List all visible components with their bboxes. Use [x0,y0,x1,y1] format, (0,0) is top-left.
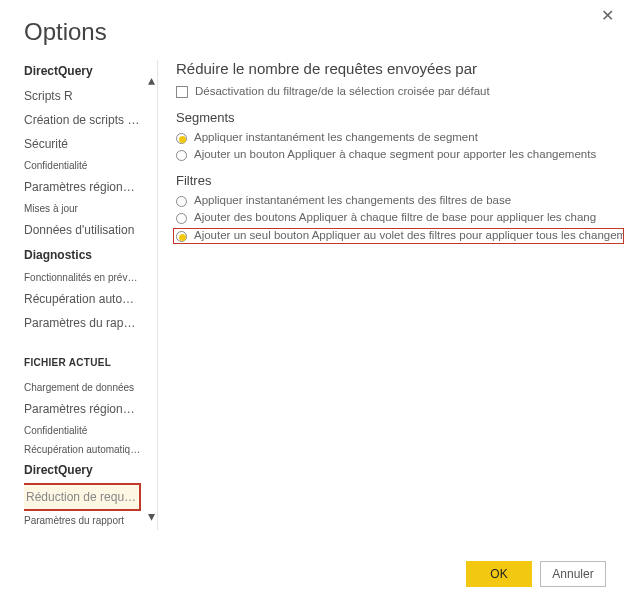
nav-item-report-settings[interactable]: Paramètres du rapport [24,311,141,335]
chevron-up-icon[interactable]: ▴ [148,72,155,88]
radio-filter-instant[interactable]: Appliquer instantanément les changements… [176,194,624,207]
nav-item-privacy[interactable]: Confidentialité [24,156,141,175]
nav-item-scripts-r[interactable]: Scripts R [24,84,141,108]
sidebar: ▴ ▾ DirectQuery Scripts R Création de sc… [0,60,158,530]
radio-label: Ajouter un seul bouton Appliquer au vole… [194,229,624,241]
content-title: Réduire le nombre de requêtes envoyées p… [176,60,624,77]
dialog-footer: OK Annuler [466,561,606,587]
cancel-button[interactable]: Annuler [540,561,606,587]
nav-item-diagnostics[interactable]: Diagnostics [24,248,141,262]
radio-segment-apply-button[interactable]: Ajouter un bouton Appliquer à chaque seg… [176,148,624,161]
checkbox-icon [176,86,188,98]
nav-item-updates[interactable]: Mises à jour [24,199,141,218]
radio-segment-instant[interactable]: Appliquer instantanément les changements… [176,131,624,144]
nav-item-security[interactable]: Sécurité [24,132,141,156]
radio-label: Ajouter un bouton Appliquer à chaque seg… [194,148,596,160]
subheading-segments: Segments [176,110,624,125]
radio-label: Ajouter des boutons Appliquer à chaque f… [194,211,596,223]
content-panel: Réduire le nombre de requêtes envoyées p… [158,60,624,530]
nav-item-data-load[interactable]: Chargement de données [24,378,141,397]
nav-item-report-settings-2[interactable]: Paramètres du rapport [24,511,141,530]
nav-section-current-file: FICHIER ACTUEL [24,357,141,368]
window-title: Options [0,0,624,46]
nav-item-regional-2[interactable]: Paramètres régionaux [24,397,141,421]
close-icon[interactable]: ✕ [601,6,614,25]
radio-filter-single-button[interactable]: Ajouter un seul bouton Appliquer au vole… [173,228,624,244]
checkbox-disable-crossfilter[interactable]: Désactivation du filtrage/de la sélectio… [176,85,624,98]
subheading-filters: Filtres [176,173,624,188]
chevron-down-icon[interactable]: ▾ [148,508,155,524]
radio-icon [176,196,187,207]
radio-icon [176,150,187,161]
radio-icon [176,231,187,242]
nav-item-query-reduction[interactable]: Réduction de requête [24,483,141,511]
ok-button[interactable]: OK [466,561,532,587]
nav-item-preview[interactable]: Fonctionnalités en préversion [24,268,141,287]
radio-label: Appliquer instantanément les changements… [194,131,478,143]
nav-item-autorecover[interactable]: Récupération automatique [24,287,141,311]
nav-item-privacy-2[interactable]: Confidentialité [24,421,141,440]
nav-item-directquery[interactable]: DirectQuery [24,64,141,78]
checkbox-label: Désactivation du filtrage/de la sélectio… [195,85,490,97]
radio-icon [176,213,187,224]
nav-item-regional[interactable]: Paramètres régionaux [24,175,141,199]
nav-item-python[interactable]: Création de scripts Python [24,108,141,132]
nav-item-directquery-2[interactable]: DirectQuery [24,463,141,477]
radio-icon [176,133,187,144]
radio-filter-each-button[interactable]: Ajouter des boutons Appliquer à chaque f… [176,211,624,224]
radio-label: Appliquer instantanément les changements… [194,194,511,206]
nav-item-usage-data[interactable]: Données d'utilisation [24,218,141,242]
nav-item-autorecover-2[interactable]: Récupération automatique [24,440,141,459]
